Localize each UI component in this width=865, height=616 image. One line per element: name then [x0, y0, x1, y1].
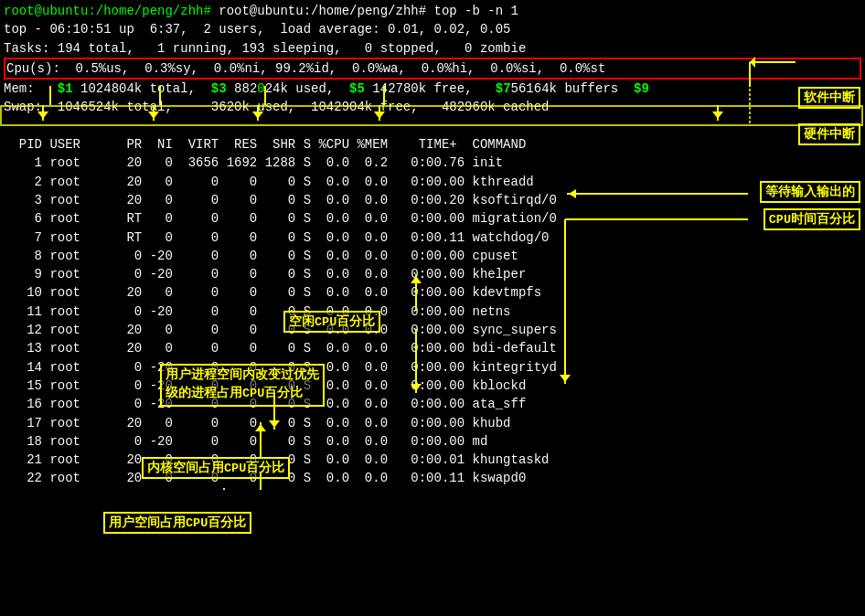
- cpu-line: Cpu(s): 0.5%us, 0.3%sy, 0.0%ni, 99.2%id,…: [5, 59, 860, 78]
- process-row-18: 18 root 0 -20 0 0 0 S 0.0 0.0 0:00.00 md: [4, 432, 861, 451]
- process-row-9: 9 root 0 -20 0 0 0 S 0.0 0.0 0:00.00 khe…: [4, 265, 861, 283]
- process-row-10: 10 root 20 0 0 0 0 S 0.0 0.0 0:00.00 kde…: [4, 283, 861, 302]
- process-row-8: 8 root 0 -20 0 0 0 S 0.0 0.0 0:00.00 cpu…: [4, 247, 861, 265]
- terminal: root@ubuntu:/home/peng/zhh# root@ubuntu:…: [0, 0, 865, 490]
- process-row-12: 12 root 20 0 0 0 0 S 0.0 0.0 0:00.00 syn…: [4, 321, 861, 339]
- process-row-17: 17 root 20 0 0 0 0 S 0.0 0.0 0:00.00 khu…: [4, 414, 861, 432]
- process-row-2: 2 root 20 0 0 0 0 S 0.0 0.0 0:00.00 kthr…: [4, 173, 861, 191]
- process-row-14: 14 root 0 -20 0 0 0 S 0.0 0.0 0:00.00 ki…: [4, 358, 861, 377]
- process-row-21: 21 root 20 0 0 0 0 S 0.0 0.0 0:00.01 khu…: [4, 451, 861, 469]
- process-row-6: 6 root RT 0 0 0 0 S 0.0 0.0 0:00.00 migr…: [4, 209, 861, 228]
- dollar1-label: $1: [58, 81, 73, 96]
- cpu-line-box: Cpu(s): 0.5%us, 0.3%sy, 0.0%ni, 99.2%id,…: [4, 58, 861, 80]
- top-status: top - 06:10:51 up 6:37, 2 users, load av…: [4, 20, 861, 38]
- command-line: root@ubuntu:/home/peng/zhh# root@ubuntu:…: [4, 2, 861, 20]
- process-header: PID USER PR NI VIRT RES SHR S %CPU %MEM …: [4, 135, 861, 154]
- dollar5-label: $5: [349, 81, 365, 96]
- dollar9-label: $9: [634, 81, 649, 96]
- dollar7-label: $7: [496, 81, 511, 96]
- prompt: root@ubuntu:/home/peng/zhh#: [4, 4, 219, 18]
- process-row-15: 15 root 0 -20 0 0 0 S 0.0 0.0 0:00.00 kb…: [4, 377, 861, 395]
- process-row-1: 1 root 20 0 3656 1692 1288 S 0.0 0.2 0:0…: [4, 154, 861, 172]
- process-row-7: 7 root RT 0 0 0 0 S 0.0 0.0 0:00.11 watc…: [4, 228, 861, 247]
- tasks-line: Tasks: 194 total, 1 running, 193 sleepin…: [4, 39, 861, 58]
- process-row-11: 11 root 0 -20 0 0 0 S 0.0 0.0 0:00.00 ne…: [4, 303, 861, 321]
- process-row-22: 22 root 20 0 0 0 0 S 0.0 0.0 0:00.11 ksw…: [4, 469, 861, 487]
- process-row-3: 3 root 20 0 0 0 0 S 0.0 0.0 0:00.20 ksof…: [4, 191, 861, 209]
- swap-line: Swap: 1046524k total, 3620k used, 104290…: [4, 98, 861, 116]
- mem-line: Mem: $1 1024804k total, $3 882024k used,…: [4, 80, 861, 98]
- blank-line: [4, 117, 861, 135]
- user-space-annotation: 用户空间占用CPU百分比: [103, 512, 251, 534]
- process-row-16: 16 root 0 -20 0 0 0 S 0.0 0.0 0:00.00 at…: [4, 395, 861, 413]
- process-row-13: 13 root 20 0 0 0 0 S 0.0 0.0 0:00.00 bdi…: [4, 339, 861, 357]
- dollar3-label: $3: [211, 81, 227, 96]
